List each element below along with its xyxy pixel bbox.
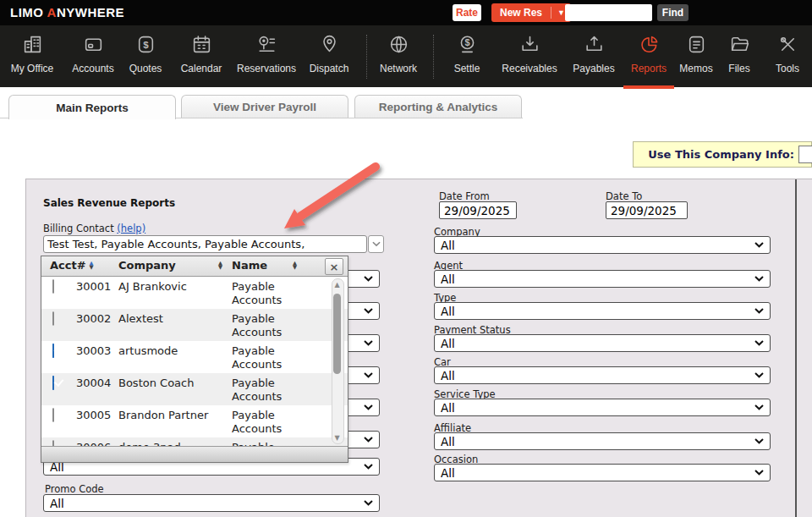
nav-item-label: Quotes — [129, 63, 162, 74]
occasion-select[interactable]: All — [434, 464, 771, 481]
cell-name: Payable — [232, 441, 310, 446]
company-select[interactable]: All — [434, 236, 771, 254]
close-icon[interactable]: × — [325, 258, 343, 275]
new-res-button[interactable]: New Res ▼ — [491, 3, 571, 22]
tab-reporting-analytics[interactable]: Reporting & Analytics — [354, 95, 522, 118]
topbar: LIMO ANYWHERE Rate New Res ▼ Find — [0, 0, 812, 25]
nav-item-network[interactable]: Network — [366, 34, 431, 74]
help-link[interactable]: (help) — [117, 223, 145, 234]
row-checkbox[interactable] — [52, 344, 54, 358]
column-header-name[interactable]: Name — [232, 259, 267, 272]
tab-view-driver-payroll[interactable]: View Driver Payroll — [181, 95, 348, 118]
scroll-up-icon[interactable]: ▲ — [332, 281, 342, 289]
search-input[interactable] — [565, 4, 652, 21]
nav-item-label: Settle — [454, 63, 480, 74]
nav-item-dispatch[interactable]: Dispatch — [297, 34, 361, 74]
cell-acct: 30003 — [76, 344, 118, 373]
type-select[interactable]: All — [434, 302, 771, 320]
service-type-select[interactable]: All — [434, 399, 771, 416]
find-button[interactable]: Find — [657, 4, 689, 21]
nav-item-label: Reports — [631, 63, 667, 74]
rate-button[interactable]: Rate — [453, 4, 481, 21]
date-to-input[interactable] — [606, 201, 688, 219]
reservations-icon — [256, 34, 277, 58]
main-nav: My OfficeAccounts$QuotesCalendarReservat… — [0, 25, 812, 87]
tools-icon — [777, 34, 798, 58]
nav-item-tools[interactable]: Tools — [755, 34, 812, 74]
column-header-acct[interactable]: Acct#▲▼ — [50, 259, 94, 272]
company-info-select[interactable] — [798, 146, 812, 163]
report-form-panel: Sales Revenue Reports Billing Contact (h… — [25, 179, 812, 517]
row-checkbox[interactable] — [52, 376, 54, 390]
files-icon — [729, 34, 750, 58]
quotes-icon: $ — [135, 34, 156, 58]
tab-main-reports[interactable]: Main Reports — [8, 95, 176, 119]
cell-acct: 30004 — [76, 377, 118, 405]
nav-item-label: Receivables — [502, 63, 557, 74]
contact-table-header: Acct#▲▼ Company ▲▼ Name ▲▼ × — [41, 256, 348, 277]
nav-item-label: Tools — [776, 63, 799, 74]
cell-company: AJ Brankovic — [118, 280, 232, 309]
dropdown-panel-footer[interactable] — [41, 446, 348, 462]
app-window: LIMO ANYWHERE Rate New Res ▼ Find My Off… — [0, 0, 812, 517]
nav-item-quotes[interactable]: $Quotes — [113, 34, 178, 74]
nav-divider — [366, 35, 367, 79]
brand-suffix: NYWHERE — [57, 5, 124, 19]
brand-accent: A — [47, 5, 57, 19]
new-res-label: New Res — [491, 7, 551, 19]
date-from-input[interactable] — [439, 201, 517, 219]
section-title: Sales Revenue Reports — [43, 197, 175, 209]
payables-icon — [584, 34, 605, 58]
table-row[interactable]: 30002AlextestPayable Accounts — [41, 309, 348, 341]
scrollbar[interactable]: ▲ ▼ — [332, 278, 344, 444]
row-checkbox[interactable] — [52, 408, 54, 422]
payment-status-select[interactable]: All — [434, 334, 771, 352]
cell-name: Payable Accounts — [232, 312, 310, 341]
table-row[interactable]: 30004Boston CoachPayable Accounts — [41, 373, 348, 405]
brand-logo: LIMO ANYWHERE — [10, 5, 124, 19]
table-row[interactable]: 30006demo 3nadPayable — [41, 437, 348, 446]
nav-item-label: My Office — [11, 63, 53, 74]
nav-item-my-office[interactable]: My Office — [0, 34, 64, 74]
cell-name: Payable Accounts — [232, 377, 310, 405]
nav-item-label: Accounts — [72, 63, 113, 74]
accounts-icon — [83, 34, 104, 58]
row-checkbox[interactable] — [52, 440, 54, 446]
cell-acct: 30001 — [76, 280, 118, 309]
scrollbar-thumb[interactable] — [333, 294, 341, 374]
row-checkbox[interactable] — [52, 279, 54, 294]
agent-select[interactable]: All — [434, 270, 771, 288]
nav-item-settle[interactable]: $Settle — [435, 34, 499, 74]
nav-item-receivables[interactable]: Receivables — [497, 34, 562, 74]
car-select[interactable]: All — [434, 366, 771, 384]
table-row[interactable]: 30001AJ BrankovicPayable Accounts — [41, 277, 348, 309]
nav-item-reservations[interactable]: Reservations — [234, 34, 299, 74]
nav-item-label: Calendar — [181, 63, 222, 74]
scroll-down-icon[interactable]: ▼ — [332, 434, 342, 442]
date-from-label: Date From — [439, 190, 490, 202]
row-checkbox[interactable] — [52, 311, 54, 326]
billing-contact-label: Billing Contact (help) — [43, 223, 145, 234]
svg-text:$: $ — [464, 37, 469, 47]
my-office-icon — [22, 34, 43, 58]
sort-icon-name[interactable]: ▲▼ — [289, 259, 297, 272]
dispatch-icon — [319, 34, 340, 58]
nav-item-label: Network — [380, 63, 417, 74]
date-to-label: Date To — [606, 190, 642, 202]
nav-item-label: Files — [728, 63, 749, 74]
promo-code-select[interactable]: All — [43, 494, 380, 512]
table-row[interactable]: 30005Brandon PartnerPayable Accounts — [41, 405, 348, 437]
cell-name: Payable Accounts — [232, 280, 310, 309]
nav-item-label: Reservations — [237, 63, 296, 74]
cell-name: Payable Accounts — [232, 344, 310, 373]
affiliate-select[interactable]: All — [434, 432, 771, 450]
sort-icon[interactable]: ▲▼ — [90, 261, 94, 270]
table-row[interactable]: 30003artusmodePayable Accounts — [41, 341, 348, 373]
sort-icon-company[interactable]: ▲▼ — [215, 259, 222, 272]
billing-contact-dropdown-button[interactable] — [368, 235, 384, 253]
billing-contact-input[interactable] — [43, 235, 367, 253]
nav-item-calendar[interactable]: Calendar — [169, 34, 233, 74]
settle-icon: $ — [457, 34, 478, 58]
brand-prefix: LIMO — [10, 5, 47, 19]
column-header-company[interactable]: Company — [118, 259, 176, 272]
